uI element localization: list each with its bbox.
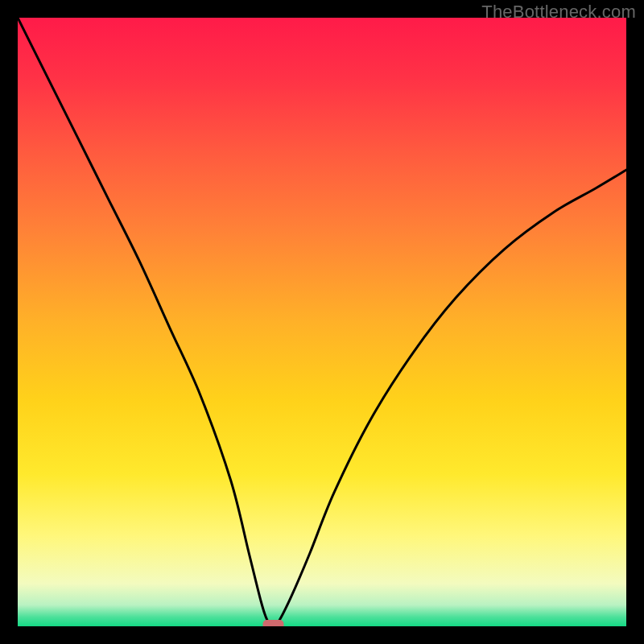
chart-background-gradient <box>18 18 626 626</box>
chart-svg <box>18 18 626 626</box>
chart-outer-frame: TheBottleneck.com <box>0 0 644 644</box>
watermark-text: TheBottleneck.com <box>481 2 636 23</box>
chart-plot-area <box>18 18 626 626</box>
optimal-point-marker <box>263 620 284 626</box>
